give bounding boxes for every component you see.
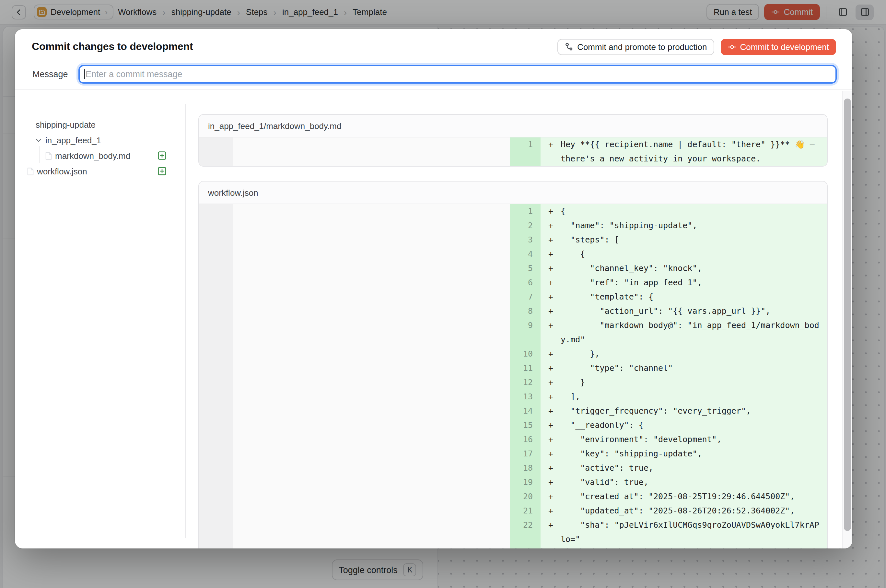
diff-added-sign: + bbox=[548, 347, 553, 361]
diff-code-text: }, bbox=[561, 349, 600, 358]
diff-added-sign: + bbox=[548, 461, 553, 475]
diff-added-sign: + bbox=[548, 504, 553, 518]
diff-old-side bbox=[199, 138, 510, 166]
file-icon bbox=[45, 152, 52, 160]
commit-modal: Commit changes to development Commit and… bbox=[15, 29, 852, 549]
modal-header: Commit changes to development Commit and… bbox=[15, 29, 852, 90]
diff-line-number: 3 bbox=[510, 233, 541, 247]
diff-line-number: 6 bbox=[510, 276, 541, 290]
diff-added-sign: + bbox=[548, 276, 553, 290]
chevron-down-icon bbox=[35, 136, 42, 144]
diff-line-code: + { bbox=[541, 247, 827, 261]
diff-line-code: + "name": "shipping-update", bbox=[541, 219, 827, 233]
diff-line-number: 4 bbox=[510, 247, 541, 261]
diff-line-code: + "template": { bbox=[541, 290, 827, 304]
diff-code-text: ], bbox=[561, 392, 580, 401]
diff-added-sign: + bbox=[548, 247, 553, 261]
diff-code-text: "name": "shipping-update", bbox=[561, 220, 697, 230]
tree-folder-label: in_app_feed_1 bbox=[45, 135, 101, 145]
diff-line-code: + "markdown_body@": "in_app_feed_1/markd… bbox=[541, 318, 827, 347]
diff-list: in_app_feed_1/markdown_body.md1+Hey **{{… bbox=[186, 91, 842, 549]
commit-to-development-button[interactable]: Commit to development bbox=[720, 39, 836, 55]
diff-line-code: + ], bbox=[541, 390, 827, 404]
diff-body: 1+{2+ "name": "shipping-update",3+ "step… bbox=[199, 204, 827, 549]
diff-line: 3+ "steps": [ bbox=[510, 233, 827, 247]
diff-line-code: +Hey **{{ recipient.name | default: "the… bbox=[541, 138, 827, 166]
diff-line-number: 5 bbox=[510, 261, 541, 276]
diff-line: 8+ "action_url": "{{ vars.app_url }}", bbox=[510, 304, 827, 318]
diff-line-number: 13 bbox=[510, 390, 541, 404]
diff-line: 13+ ], bbox=[510, 390, 827, 404]
diff-line-number: 12 bbox=[510, 375, 541, 390]
diff-added-sign: + bbox=[548, 219, 553, 233]
diff-line: 21+ "updated_at": "2025-08-26T20:26:52.3… bbox=[510, 504, 827, 518]
diff-code-text: "key": "shipping-update", bbox=[561, 448, 702, 458]
modal-scrollbar[interactable] bbox=[842, 91, 852, 549]
scrollbar-thumb[interactable] bbox=[844, 99, 851, 531]
diff-line-code: + "__readonly": { bbox=[541, 418, 827, 432]
diff-line: 12+ } bbox=[510, 375, 827, 390]
diff-line: 19+ "valid": true, bbox=[510, 475, 827, 489]
file-icon bbox=[27, 167, 34, 176]
diff-code-text: "trigger_frequency": "every_trigger", bbox=[561, 406, 751, 416]
diff-code-text: "markdown_body@": "in_app_feed_1/markdow… bbox=[561, 320, 819, 344]
diff-line: 16+ "environment": "development", bbox=[510, 432, 827, 447]
diff-added-sign: + bbox=[548, 375, 553, 390]
diff-line-number: 20 bbox=[510, 489, 541, 504]
tree-root-workflow[interactable]: shipping-update bbox=[15, 117, 186, 132]
diff-added-sign: + bbox=[548, 361, 553, 375]
commit-message-input[interactable] bbox=[78, 65, 837, 84]
diff-code-text: "created_at": "2025-08-25T19:29:46.64450… bbox=[561, 491, 795, 501]
diff-code-text: "active": true, bbox=[561, 463, 653, 472]
diff-code-text: "updated_at": "2025-08-26T20:26:52.36400… bbox=[561, 506, 795, 515]
diff-line-code: + "updated_at": "2025-08-26T20:26:52.364… bbox=[541, 504, 827, 518]
diff-added-sign: + bbox=[548, 204, 553, 219]
diff-line-number: 11 bbox=[510, 361, 541, 375]
diff-line-code: + "steps": [ bbox=[541, 233, 827, 247]
diff-new-side: 1+{2+ "name": "shipping-update",3+ "step… bbox=[510, 204, 827, 549]
diff-line: 17+ "key": "shipping-update", bbox=[510, 447, 827, 461]
added-file-badge bbox=[157, 151, 166, 160]
message-input-wrap bbox=[78, 65, 837, 84]
diff-line: 15+ "__readonly": { bbox=[510, 418, 827, 432]
diff-code-text: "steps": [ bbox=[561, 235, 619, 244]
diff-added-sign: + bbox=[548, 475, 553, 489]
diff-line-code: + "type": "channel" bbox=[541, 361, 827, 375]
diff-line-number: 16 bbox=[510, 432, 541, 447]
diff-line-code: + "key": "shipping-update", bbox=[541, 447, 827, 461]
diff-line: 1+{ bbox=[510, 204, 827, 219]
diff-code-text: "channel_key": "knock", bbox=[561, 263, 702, 273]
diff-line: 7+ "template": { bbox=[510, 290, 827, 304]
diff-code-text: } bbox=[561, 377, 585, 387]
diff-line-number: 2 bbox=[510, 219, 541, 233]
diff-panel: in_app_feed_1/markdown_body.md1+Hey **{{… bbox=[198, 114, 828, 166]
tree-folder-in-app-feed[interactable]: in_app_feed_1 bbox=[15, 132, 186, 148]
diff-added-sign: + bbox=[548, 418, 553, 432]
diff-line: 2+ "name": "shipping-update", bbox=[510, 219, 827, 233]
diff-code-text: "__readonly": { bbox=[561, 420, 644, 430]
diff-line: 10+ }, bbox=[510, 347, 827, 361]
diff-line-code: + } bbox=[541, 375, 827, 390]
diff-line-code: + "channel_key": "knock", bbox=[541, 261, 827, 276]
tree-root-label: shipping-update bbox=[36, 120, 96, 129]
diff-line-number: 9 bbox=[510, 318, 541, 347]
diff-line-code: + "created_at": "2025-08-25T19:29:46.644… bbox=[541, 489, 827, 504]
tree-file-workflow-json[interactable]: workflow.json bbox=[15, 164, 186, 179]
screen: Development › Workflows›shipping-update›… bbox=[0, 0, 886, 588]
diff-line-number: 19 bbox=[510, 475, 541, 489]
diff-new-side: 1+Hey **{{ recipient.name | default: "th… bbox=[510, 138, 827, 166]
diff-line: 1+Hey **{{ recipient.name | default: "th… bbox=[510, 138, 827, 166]
tree-file-markdown-body[interactable]: markdown_body.md bbox=[15, 148, 186, 164]
diff-code-text: "environment": "development", bbox=[561, 434, 722, 444]
diff-added-sign: + bbox=[548, 233, 553, 247]
text-caret bbox=[84, 69, 85, 79]
diff-line-code: +{ bbox=[541, 204, 827, 219]
diff-added-sign: + bbox=[548, 290, 553, 304]
commit-and-promote-button[interactable]: Commit and promote to production bbox=[557, 39, 714, 55]
diff-added-sign: + bbox=[548, 138, 553, 152]
diff-line: 14+ "trigger_frequency": "every_trigger"… bbox=[510, 404, 827, 418]
diff-added-sign: + bbox=[548, 518, 553, 532]
tree-indent-guide bbox=[39, 146, 39, 163]
diff-line-number: 7 bbox=[510, 290, 541, 304]
diff-line-number: 22 bbox=[510, 518, 541, 546]
